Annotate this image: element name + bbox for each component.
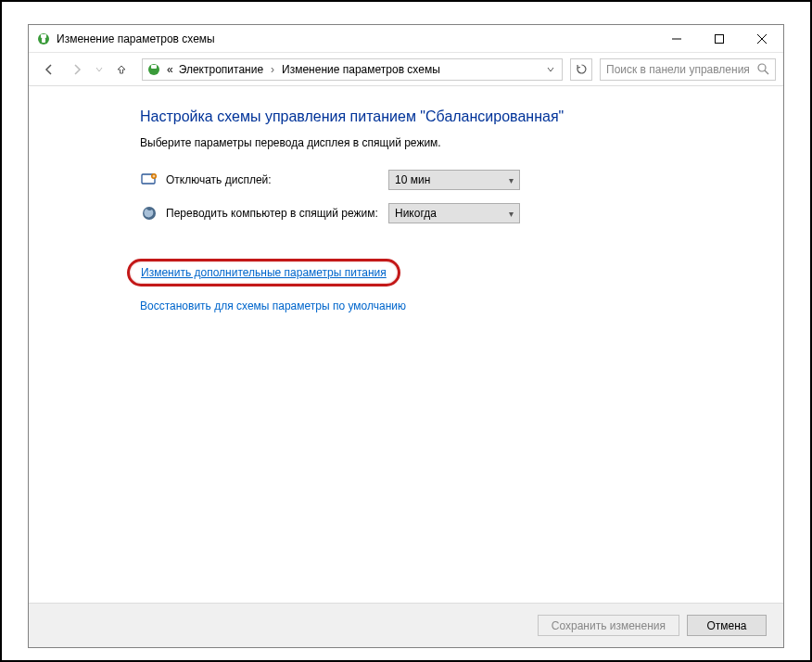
setting-display-off: Отключать дисплей: 10 мин ▾ [140, 170, 783, 190]
advanced-settings-link[interactable]: Изменить дополнительные параметры питани… [141, 266, 387, 279]
search-placeholder: Поиск в панели управления [606, 63, 757, 76]
close-button[interactable] [741, 25, 783, 52]
forward-button[interactable] [64, 57, 90, 83]
page-subtitle: Выберите параметры перевода дисплея в сп… [140, 136, 783, 149]
page-title: Настройка схемы управления питанием "Сба… [140, 108, 783, 125]
save-button[interactable]: Сохранить изменения [538, 615, 679, 636]
control-panel-window: Изменение параметров схемы [28, 24, 784, 648]
window-title: Изменение параметров схемы [57, 32, 215, 45]
highlight-annotation: Изменить дополнительные параметры питани… [127, 259, 400, 286]
footer-bar: Сохранить изменения Отмена [29, 603, 783, 647]
search-icon [757, 63, 769, 75]
display-icon [140, 171, 159, 189]
address-dropdown[interactable] [543, 63, 558, 76]
svg-rect-8 [151, 65, 157, 69]
setting-sleep: Переводить компьютер в спящий режим: Ник… [140, 203, 783, 223]
chevron-down-icon: ▾ [509, 175, 514, 185]
restore-defaults-link[interactable]: Восстановить для схемы параметры по умол… [140, 299, 783, 312]
recent-dropdown[interactable] [92, 57, 107, 83]
breadcrumb-bar[interactable]: « Электропитание › Изменение параметров … [142, 58, 563, 81]
up-button[interactable] [108, 57, 134, 83]
search-input[interactable]: Поиск в панели управления [600, 58, 776, 81]
refresh-button[interactable] [570, 58, 592, 81]
links-block: Изменить дополнительные параметры питани… [140, 259, 783, 312]
svg-rect-2 [42, 38, 45, 43]
display-timeout-select[interactable]: 10 мин ▾ [388, 170, 520, 190]
setting-label: Переводить компьютер в спящий режим: [166, 207, 388, 220]
breadcrumb-item[interactable]: Изменение параметров схемы [282, 63, 440, 76]
maximize-button[interactable] [698, 25, 741, 52]
power-options-icon [146, 62, 161, 77]
svg-rect-1 [41, 34, 46, 38]
power-options-icon [36, 32, 51, 46]
chevron-down-icon: ▾ [509, 209, 514, 219]
window-controls [655, 25, 783, 52]
content-area: Настройка схемы управления питанием "Сба… [29, 86, 783, 603]
svg-point-9 [758, 64, 766, 71]
address-bar: « Электропитание › Изменение параметров … [29, 53, 783, 86]
titlebar: Изменение параметров схемы [29, 25, 783, 53]
setting-label: Отключать дисплей: [166, 173, 388, 186]
svg-rect-4 [716, 34, 724, 43]
back-button[interactable] [36, 57, 62, 83]
select-value: Никогда [395, 207, 509, 220]
cancel-button[interactable]: Отмена [687, 615, 767, 636]
breadcrumb-prefix: « [167, 63, 173, 76]
sleep-timeout-select[interactable]: Никогда ▾ [388, 203, 520, 223]
breadcrumb-item[interactable]: Электропитание [179, 63, 263, 76]
select-value: 10 мин [395, 173, 509, 186]
sleep-icon [140, 204, 159, 223]
svg-line-10 [765, 70, 768, 74]
chevron-right-icon[interactable]: › [269, 63, 276, 76]
minimize-button[interactable] [655, 25, 698, 52]
